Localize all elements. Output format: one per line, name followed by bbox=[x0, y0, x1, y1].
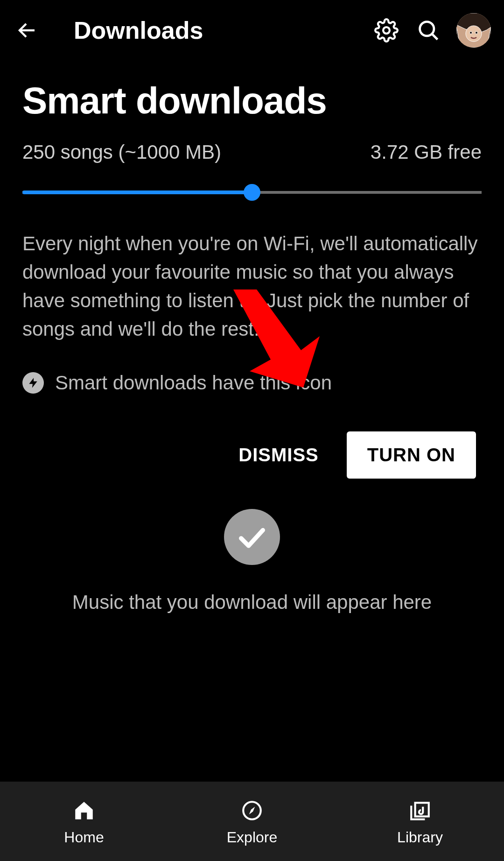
action-row: DISMISS TURN ON bbox=[22, 431, 482, 479]
storage-free-label: 3.72 GB free bbox=[371, 141, 482, 163]
svg-line-3 bbox=[432, 34, 437, 39]
svg-marker-10 bbox=[249, 806, 255, 814]
compass-icon bbox=[238, 797, 266, 824]
checkmark-icon bbox=[224, 509, 280, 565]
nav-library[interactable]: Library bbox=[336, 782, 504, 861]
bottom-nav: Home Explore Library bbox=[0, 782, 504, 861]
icon-hint-text: Smart downloads have this icon bbox=[55, 372, 332, 394]
library-icon bbox=[406, 797, 434, 824]
empty-state: Music that you download will appear here bbox=[0, 509, 504, 614]
page-title: Downloads bbox=[74, 16, 203, 44]
app-bar: Downloads bbox=[0, 0, 504, 61]
songs-slider[interactable] bbox=[22, 183, 482, 202]
nav-explore-label: Explore bbox=[227, 829, 278, 846]
svg-point-6 bbox=[469, 31, 472, 34]
slider-labels: 250 songs (~1000 MB) 3.72 GB free bbox=[22, 141, 482, 163]
settings-button[interactable] bbox=[372, 16, 400, 44]
smart-downloads-heading: Smart downloads bbox=[22, 79, 482, 122]
svg-point-7 bbox=[475, 31, 477, 34]
svg-point-2 bbox=[420, 22, 434, 36]
slider-thumb[interactable] bbox=[244, 184, 260, 201]
icon-hint-row: Smart downloads have this icon bbox=[22, 372, 482, 394]
nav-explore[interactable]: Explore bbox=[168, 782, 336, 861]
slider-track-fill bbox=[22, 191, 252, 194]
nav-home[interactable]: Home bbox=[0, 782, 168, 861]
bolt-icon bbox=[22, 372, 44, 394]
home-icon bbox=[70, 797, 98, 824]
svg-point-5 bbox=[466, 26, 482, 42]
songs-count-label: 250 songs (~1000 MB) bbox=[22, 141, 221, 163]
search-button[interactable] bbox=[414, 16, 442, 44]
empty-state-message: Music that you download will appear here bbox=[72, 591, 432, 614]
turn-on-button[interactable]: TURN ON bbox=[347, 431, 476, 479]
nav-home-label: Home bbox=[64, 829, 104, 846]
main-content: Smart downloads 250 songs (~1000 MB) 3.7… bbox=[0, 61, 504, 782]
back-button[interactable] bbox=[13, 16, 41, 44]
nav-library-label: Library bbox=[397, 829, 443, 846]
dismiss-button[interactable]: DISMISS bbox=[238, 445, 318, 466]
svg-point-1 bbox=[383, 27, 390, 34]
smart-downloads-description: Every night when you're on Wi-Fi, we'll … bbox=[22, 230, 482, 344]
profile-avatar[interactable] bbox=[456, 13, 491, 48]
